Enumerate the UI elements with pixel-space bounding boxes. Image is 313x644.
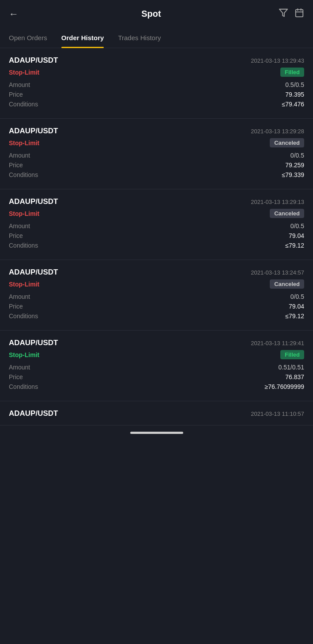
- conditions-value: ≤79.476: [282, 101, 304, 108]
- price-row: Price 79.04: [9, 232, 304, 239]
- conditions-label: Conditions: [9, 313, 38, 320]
- amount-value: 0/0.5: [290, 293, 304, 300]
- calendar-icon[interactable]: [294, 8, 304, 20]
- order-pair: ADAUP/USDT: [9, 56, 58, 65]
- svg-rect-1: [296, 10, 303, 17]
- amount-row: Amount 0/0.5: [9, 293, 304, 300]
- svg-marker-0: [279, 9, 287, 17]
- order-type-row: Stop-Limit Canceled: [9, 138, 304, 147]
- conditions-value: ≤79.12: [285, 313, 304, 320]
- order-type-row: Stop-Limit Filled: [9, 350, 304, 359]
- status-badge: Canceled: [270, 138, 304, 147]
- amount-value: 0.5/0.5: [285, 81, 304, 88]
- order-item: ADAUP/USDT 2021-03-13 13:29:43 Stop-Limi…: [0, 48, 313, 119]
- order-item: ADAUP/USDT 2021-03-13 13:29:13 Stop-Limi…: [0, 189, 313, 260]
- order-pair: ADAUP/USDT: [9, 409, 58, 418]
- order-item: ADAUP/USDT 2021-03-13 13:24:57 Stop-Limi…: [0, 260, 313, 331]
- order-header-row: ADAUP/USDT 2021-03-13 13:29:43: [9, 56, 304, 65]
- order-pair: ADAUP/USDT: [9, 339, 58, 347]
- amount-row: Amount 0.5/0.5: [9, 81, 304, 88]
- order-pair: ADAUP/USDT: [9, 268, 58, 277]
- conditions-value: ≤79.12: [285, 242, 304, 249]
- price-label: Price: [9, 232, 23, 239]
- order-timestamp: 2021-03-13 11:29:41: [251, 340, 304, 346]
- price-value: 76.837: [285, 373, 304, 380]
- page-title: Spot: [25, 9, 278, 19]
- header-icons: [278, 8, 304, 20]
- price-row: Price 79.259: [9, 162, 304, 169]
- tab-trades-history[interactable]: Trades History: [118, 28, 161, 48]
- order-type: Stop-Limit: [9, 139, 39, 147]
- order-type: Stop-Limit: [9, 281, 39, 288]
- order-header-row: ADAUP/USDT 2021-03-13 11:10:57: [9, 409, 304, 418]
- price-row: Price 76.837: [9, 373, 304, 380]
- conditions-row: Conditions ≤79.12: [9, 313, 304, 320]
- conditions-label: Conditions: [9, 101, 38, 108]
- status-badge: Filled: [280, 68, 304, 77]
- amount-row: Amount 0/0.5: [9, 222, 304, 230]
- conditions-label: Conditions: [9, 383, 38, 390]
- price-label: Price: [9, 373, 23, 380]
- tab-open-orders[interactable]: Open Orders: [9, 28, 47, 48]
- bottom-bar: [0, 426, 313, 437]
- tab-order-history[interactable]: Order History: [61, 28, 104, 48]
- order-type-row: Stop-Limit Canceled: [9, 209, 304, 218]
- conditions-value: ≥76.76099999: [265, 383, 304, 390]
- conditions-row: Conditions ≥76.76099999: [9, 383, 304, 390]
- home-indicator: [130, 432, 183, 434]
- conditions-row: Conditions ≤79.476: [9, 101, 304, 108]
- order-pair: ADAUP/USDT: [9, 127, 58, 136]
- conditions-row: Conditions ≤79.12: [9, 242, 304, 249]
- order-type: Stop-Limit: [9, 69, 39, 76]
- price-value: 79.04: [289, 303, 304, 310]
- filter-icon[interactable]: [279, 8, 288, 20]
- status-badge: Canceled: [270, 279, 304, 289]
- amount-label: Amount: [9, 364, 30, 371]
- conditions-row: Conditions ≤79.339: [9, 171, 304, 178]
- order-timestamp: 2021-03-13 13:29:13: [251, 199, 304, 205]
- amount-row: Amount 0.51/0.51: [9, 364, 304, 371]
- order-header-row: ADAUP/USDT 2021-03-13 13:29:13: [9, 197, 304, 206]
- price-label: Price: [9, 162, 23, 169]
- price-row: Price 79.04: [9, 303, 304, 310]
- order-timestamp: 2021-03-13 13:29:28: [251, 128, 304, 135]
- price-row: Price 79.395: [9, 91, 304, 98]
- amount-value: 0.51/0.51: [279, 364, 304, 371]
- order-timestamp: 2021-03-13 13:24:57: [251, 269, 304, 276]
- back-button[interactable]: ←: [9, 8, 25, 20]
- order-header-row: ADAUP/USDT 2021-03-13 11:29:41: [9, 339, 304, 347]
- conditions-label: Conditions: [9, 171, 38, 178]
- order-type-row: Stop-Limit Canceled: [9, 279, 304, 289]
- order-type: Stop-Limit: [9, 210, 39, 217]
- order-item-partial: ADAUP/USDT 2021-03-13 11:10:57: [0, 401, 313, 426]
- conditions-value: ≤79.339: [282, 171, 304, 178]
- amount-label: Amount: [9, 152, 30, 159]
- status-badge: Canceled: [270, 209, 304, 218]
- price-label: Price: [9, 91, 23, 98]
- tabs-bar: Open Orders Order History Trades History: [0, 28, 313, 48]
- price-label: Price: [9, 303, 23, 310]
- order-type-row: Stop-Limit Filled: [9, 68, 304, 77]
- order-type: Stop-Limit: [9, 351, 39, 358]
- amount-value: 0/0.5: [290, 152, 304, 159]
- order-timestamp: 2021-03-13 13:29:43: [251, 57, 304, 64]
- order-header-row: ADAUP/USDT 2021-03-13 13:24:57: [9, 268, 304, 277]
- conditions-label: Conditions: [9, 242, 38, 249]
- order-item: ADAUP/USDT 2021-03-13 11:29:41 Stop-Limi…: [0, 331, 313, 401]
- order-item: ADAUP/USDT 2021-03-13 13:29:28 Stop-Limi…: [0, 119, 313, 189]
- order-timestamp: 2021-03-13 11:10:57: [251, 411, 304, 417]
- header: ← Spot: [0, 0, 313, 24]
- amount-row: Amount 0/0.5: [9, 152, 304, 159]
- order-pair: ADAUP/USDT: [9, 197, 58, 206]
- order-header-row: ADAUP/USDT 2021-03-13 13:29:28: [9, 127, 304, 136]
- amount-label: Amount: [9, 222, 30, 230]
- price-value: 79.04: [289, 232, 304, 239]
- price-value: 79.395: [285, 91, 304, 98]
- amount-label: Amount: [9, 81, 30, 88]
- amount-value: 0/0.5: [290, 222, 304, 230]
- price-value: 79.259: [285, 162, 304, 169]
- amount-label: Amount: [9, 293, 30, 300]
- status-badge: Filled: [280, 350, 304, 359]
